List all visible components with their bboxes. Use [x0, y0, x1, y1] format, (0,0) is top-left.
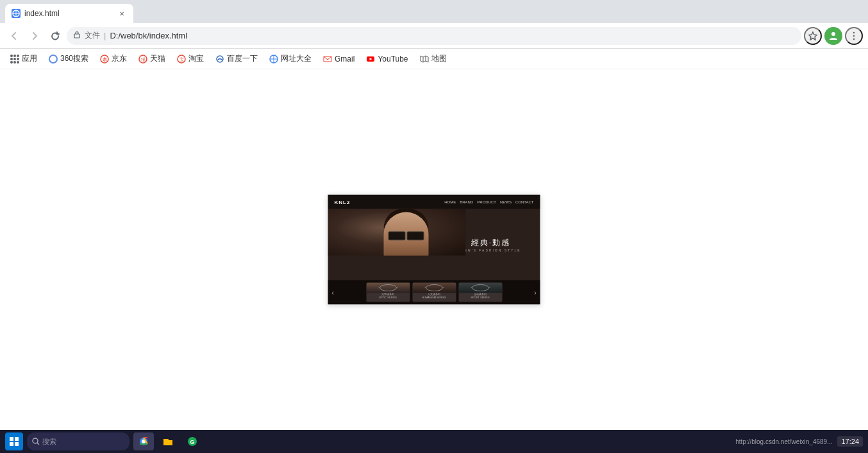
slider-item-1-img — [366, 283, 410, 293]
bookmark-gmail[interactable]: Gmail — [318, 53, 360, 65]
inner-site-menu: HOME BRAND PRODUCT NEWS CONTACT — [444, 200, 533, 204]
profile-button[interactable] — [824, 27, 842, 45]
gmail-icon — [323, 55, 332, 64]
slider-item-2-label: 人文镜系列HUMANISM SERIES — [422, 293, 446, 300]
svg-line-39 — [37, 443, 39, 445]
taskbar-chrome-item[interactable] — [133, 432, 154, 450]
taskbar-right: http://blog.csdn.net/weixin_4689... 17:2… — [735, 436, 863, 447]
taskbar-search-item[interactable]: 搜索 — [27, 432, 129, 450]
refresh-button[interactable] — [46, 27, 64, 45]
inner-english-subline: MEN'S FASHION STYLE — [461, 248, 521, 252]
glasses-frame — [388, 232, 424, 241]
bookmarks-bar: 应用 360搜索 京 京东 猫 天猫 宝 淘宝 — [0, 49, 868, 69]
inner-menu-contact[interactable]: CONTACT — [515, 200, 534, 204]
jd-icon: 京 — [100, 55, 109, 64]
taskbar-explorer-item[interactable] — [158, 432, 178, 450]
active-tab[interactable]: index.html ✕ — [5, 4, 133, 23]
bookmark-youtube[interactable]: YouTube — [361, 53, 413, 65]
svg-point-5 — [831, 32, 835, 36]
svg-point-25 — [380, 285, 396, 291]
slider-item-3[interactable]: 运动镜系列SPORT SERIES — [458, 283, 502, 302]
inner-menu-brand[interactable]: BRAND — [460, 200, 473, 204]
bookmark-youtube-label: YouTube — [378, 55, 408, 64]
taobao-icon: 宝 — [177, 55, 186, 64]
svg-rect-34 — [10, 437, 13, 441]
nav-right — [804, 27, 863, 45]
svg-point-9 — [49, 55, 57, 63]
svg-rect-3 — [74, 34, 79, 38]
tab-title: index.html — [24, 9, 113, 18]
inner-chinese-headline: 經典·動感 — [461, 237, 521, 248]
youtube-icon — [366, 55, 375, 64]
tab-area: index.html ✕ — [5, 0, 863, 23]
inner-site-logo: KNL2 — [335, 199, 351, 205]
svg-point-28 — [426, 285, 442, 291]
svg-rect-36 — [10, 442, 13, 446]
bookmark-360search[interactable]: 360搜索 — [44, 51, 94, 66]
svg-text:猫: 猫 — [141, 57, 146, 62]
inner-site-nav: KNL2 HOME BRAND PRODUCT NEWS CONTACT — [328, 195, 540, 209]
svg-point-7 — [853, 35, 855, 36]
tab-favicon — [12, 9, 21, 18]
svg-marker-4 — [809, 32, 817, 40]
bookmark-jd-label: 京东 — [112, 53, 127, 64]
bookmark-maps-label: 地图 — [431, 53, 447, 64]
bookmark-tmall[interactable]: 猫 天猫 — [133, 51, 171, 66]
man-glasses — [388, 232, 424, 241]
nav-bar: 文件 | D:/web/bk/index.html — [0, 23, 868, 49]
bookmark-star-button[interactable] — [804, 27, 822, 45]
bookmark-internet[interactable]: 网址大全 — [264, 51, 317, 66]
inner-menu-news[interactable]: NEWS — [500, 200, 512, 204]
tab-close-button[interactable]: ✕ — [117, 8, 127, 19]
glasses-lens-left — [388, 232, 405, 241]
taskbar-url-display: http://blog.csdn.net/weixin_4689... — [735, 438, 832, 445]
slider-next-button[interactable]: › — [534, 289, 536, 296]
forward-button[interactable] — [26, 27, 44, 45]
page-content: KNL2 HOME BRAND PRODUCT NEWS CONTACT — [0, 69, 868, 430]
webpage-thumbnail[interactable]: KNL2 HOME BRAND PRODUCT NEWS CONTACT — [328, 194, 541, 305]
bookmark-tmall-label: 天猫 — [150, 53, 165, 64]
taskbar-extra-item[interactable]: G — [182, 432, 203, 450]
slider-items: 光学镜系列OPTIC SERIES 人文镜系列HUMANISM SERIES — [334, 283, 534, 302]
taskbar: 搜索 G http://blog.csdn.net/weixin_4689... — [0, 430, 868, 453]
slider-item-1[interactable]: 光学镜系列OPTIC SERIES — [366, 283, 410, 302]
svg-marker-22 — [421, 56, 428, 62]
bookmark-360-label: 360搜索 — [60, 53, 88, 64]
glasses-lens-right — [406, 232, 424, 241]
inner-hero-text: 經典·動感 MEN'S FASHION STYLE — [461, 237, 521, 252]
taskbar-start-button[interactable] — [5, 432, 23, 450]
apps-grid-icon — [10, 55, 19, 64]
bookmark-jd[interactable]: 京 京东 — [95, 51, 132, 66]
chrome-menu-button[interactable] — [845, 27, 863, 45]
taskbar-left: 搜索 G — [5, 432, 203, 450]
hero-man-figure — [328, 209, 466, 256]
address-bar[interactable]: 文件 | D:/web/bk/index.html — [67, 27, 801, 45]
slider-item-3-img — [458, 283, 502, 293]
bookmark-gmail-label: Gmail — [335, 55, 355, 64]
slider-item-2[interactable]: 人文镜系列HUMANISM SERIES — [412, 283, 456, 302]
browser-frame: index.html ✕ 文件 | D:/web/bk/index.html — [0, 0, 868, 453]
internet-icon — [269, 55, 278, 64]
address-path: D:/web/bk/index.html — [110, 31, 187, 40]
bookmark-apps-label: 应用 — [22, 53, 37, 64]
svg-rect-37 — [15, 442, 19, 446]
man-head — [383, 212, 428, 256]
bookmark-taobao-label: 淘宝 — [188, 53, 204, 64]
slider-item-3-label: 运动镜系列SPORT SERIES — [471, 293, 489, 300]
svg-text:G: G — [190, 439, 194, 445]
bookmark-taobao[interactable]: 宝 淘宝 — [172, 51, 209, 66]
secure-icon — [73, 31, 81, 40]
svg-point-6 — [853, 31, 855, 33]
inner-site: KNL2 HOME BRAND PRODUCT NEWS CONTACT — [328, 195, 540, 305]
svg-point-8 — [853, 38, 855, 39]
inner-menu-home[interactable]: HOME — [444, 200, 456, 204]
taskbar-clock: 17:24 — [837, 436, 863, 447]
address-separator: | — [104, 31, 106, 40]
back-button[interactable] — [5, 27, 23, 45]
inner-menu-product[interactable]: PRODUCT — [477, 200, 496, 204]
slider-item-2-img — [412, 283, 456, 293]
inner-site-slider: ‹ 光学镜系列OPTIC SERIES 人文镜系列HUM — [328, 280, 540, 305]
bookmark-maps[interactable]: 地图 — [415, 51, 452, 66]
bookmark-apps[interactable]: 应用 — [5, 51, 42, 66]
bookmark-baidu[interactable]: 百度一下 — [210, 51, 263, 66]
